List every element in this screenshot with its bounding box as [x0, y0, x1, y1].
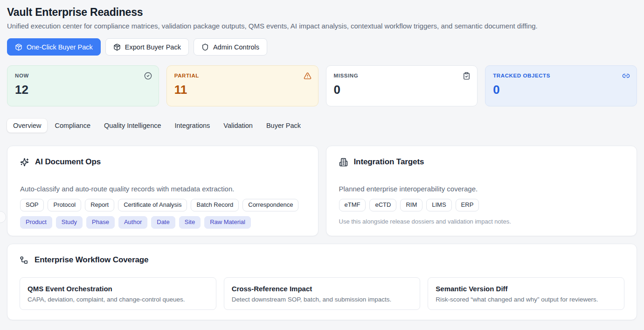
- doc-type-chip: Certificate of Analysis: [118, 199, 187, 211]
- building-icon: [339, 158, 348, 167]
- sparkles-icon: [20, 158, 29, 167]
- action-button-row: One-Click Buyer Pack Export Buyer Pack A…: [7, 38, 637, 56]
- integration-targets-card: Integration Targets Planned enterprise i…: [326, 146, 637, 236]
- metadata-chip: Site: [179, 216, 201, 229]
- stat-card: PARTIAL 11: [166, 65, 319, 106]
- integration-targets-title: Integration Targets: [354, 157, 424, 167]
- workflow-item: Semantic Version Diff Risk-scored “what …: [428, 277, 624, 310]
- metadata-chip-row: Product Study Phase Author Date Site Raw…: [20, 216, 305, 229]
- action-button-label: One-Click Buyer Pack: [27, 43, 93, 51]
- workflow-coverage-title: Enterprise Workflow Coverage: [35, 255, 148, 265]
- shield-icon: [201, 43, 209, 51]
- workflow-item-grid: QMS Event Orchestration CAPA, deviation,…: [20, 277, 624, 310]
- package-icon: [113, 43, 121, 51]
- integration-chip: RIM: [400, 199, 422, 211]
- tab[interactable]: Integrations: [169, 119, 216, 133]
- doc-type-chip: Correspondence: [242, 199, 298, 211]
- doc-type-chip: Protocol: [48, 199, 81, 211]
- stat-label: MISSING: [334, 73, 470, 78]
- stat-card: TRACKED OBJECTS 0: [485, 65, 637, 106]
- workflow-item-description: CAPA, deviation, complaint, and change-c…: [28, 296, 208, 303]
- integration-targets-note: Use this alongside release dossiers and …: [339, 218, 624, 225]
- action-button[interactable]: Admin Controls: [194, 38, 267, 56]
- tab[interactable]: Overview: [7, 119, 47, 133]
- ai-document-ops-title: AI Document Ops: [35, 157, 101, 167]
- action-button-label: Admin Controls: [213, 43, 259, 51]
- metadata-chip: Product: [20, 216, 52, 229]
- stat-label: NOW: [15, 73, 151, 78]
- workflow-item-title: Semantic Version Diff: [436, 285, 616, 293]
- ai-document-ops-card: AI Document Ops Auto-classify and auto-r…: [7, 146, 319, 236]
- workflow-item: QMS Event Orchestration CAPA, deviation,…: [20, 277, 216, 310]
- metadata-chip: Study: [56, 216, 83, 229]
- integration-chip: eCTD: [369, 199, 396, 211]
- metadata-chip: Raw Material: [204, 216, 251, 229]
- page-title: Vault Enterprise Readiness: [7, 6, 637, 19]
- integration-targets-description: Planned enterprise interoperability cove…: [339, 185, 624, 193]
- doc-type-chip: SOP: [20, 199, 44, 211]
- workflow-item-description: Risk-scored “what changed and why” outpu…: [436, 296, 616, 303]
- check-circle-icon: [144, 72, 152, 80]
- workflow-item-title: Cross-Reference Impact: [232, 285, 413, 293]
- doc-type-chip: Report: [85, 199, 114, 211]
- workflow-icon: [20, 256, 28, 265]
- overview-grid: AI Document Ops Auto-classify and auto-r…: [7, 146, 637, 236]
- action-button-label: Export Buyer Pack: [125, 43, 181, 51]
- link-icon: [622, 72, 630, 80]
- stat-value: 12: [15, 83, 151, 97]
- page-subtitle: Unified execution center for compliance …: [7, 22, 637, 30]
- action-button[interactable]: One-Click Buyer Pack: [7, 38, 101, 56]
- stat-label: TRACKED OBJECTS: [493, 73, 629, 78]
- warning-triangle-icon: [304, 72, 312, 80]
- doc-type-chip: Batch Record: [191, 199, 239, 211]
- package-icon: [15, 43, 22, 51]
- workflow-item-title: QMS Event Orchestration: [28, 285, 208, 293]
- clipboard-check-icon: [463, 72, 471, 80]
- tab[interactable]: Compliance: [48, 119, 97, 133]
- stat-value: 0: [334, 83, 470, 97]
- stat-value: 0: [493, 83, 629, 97]
- integration-chip: eTMF: [339, 199, 366, 211]
- stat-card: MISSING 0: [326, 65, 478, 106]
- stat-label: PARTIAL: [174, 73, 311, 78]
- ai-document-ops-description: Auto-classify and auto-route quality rec…: [20, 185, 305, 193]
- tab[interactable]: Validation: [217, 119, 259, 133]
- stat-card: NOW 12: [7, 65, 159, 106]
- workflow-item-description: Detect downstream SOP, batch, and submis…: [232, 296, 413, 303]
- tab[interactable]: Quality Intelligence: [98, 119, 167, 133]
- workflow-coverage-card: Enterprise Workflow Coverage QMS Event O…: [7, 244, 637, 320]
- doc-type-chip-row: SOP Protocol Report Certificate of Analy…: [20, 199, 305, 211]
- integration-chip-row: eTMF eCTD RIM LIMS ERP: [339, 199, 624, 211]
- workflow-item: Cross-Reference Impact Detect downstream…: [224, 277, 421, 310]
- tab[interactable]: Buyer Pack: [260, 119, 307, 133]
- metadata-chip: Author: [118, 216, 147, 229]
- stat-value: 11: [174, 83, 311, 97]
- integration-chip: LIMS: [426, 199, 451, 211]
- action-button[interactable]: Export Buyer Pack: [105, 38, 189, 56]
- metadata-chip: Date: [151, 216, 175, 229]
- page-root: Vault Enterprise Readiness Unified execu…: [0, 0, 644, 320]
- metadata-chip: Phase: [86, 216, 115, 229]
- tab-bar: Overview Compliance Quality Intelligence…: [7, 119, 637, 133]
- integration-chip: ERP: [456, 199, 479, 211]
- stat-card-row: NOW 12 PARTIAL 11 MISSING 0 TRACKED OBJE…: [7, 65, 637, 106]
